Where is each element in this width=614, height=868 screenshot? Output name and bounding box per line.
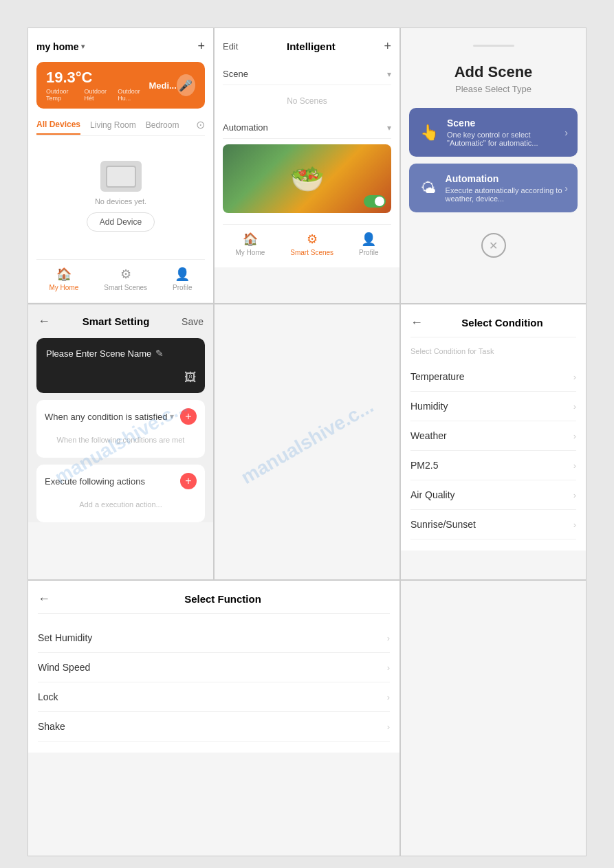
nav-home-label: My Home	[50, 284, 79, 291]
weather-sub3: Outdoor Hu...	[118, 88, 149, 102]
scene-name-placeholder[interactable]: Please Enter Scene Name	[46, 348, 151, 359]
condition-item-pm25[interactable]: PM2.5 ›	[410, 451, 576, 480]
condition-header: When any condition is satisfied ▾ +	[45, 408, 197, 425]
action-add-button[interactable]: +	[180, 473, 197, 489]
func-item-wind-speed[interactable]: Wind Speed ›	[38, 653, 390, 682]
no-scenes-text: No Scenes	[223, 85, 391, 117]
weather-label: Medi...	[149, 80, 176, 91]
nav-smart-scenes-2[interactable]: ⚙ Smart Scenes	[290, 232, 333, 256]
image-icon[interactable]: 🖼	[184, 370, 197, 385]
automation-card[interactable]: 🥗	[223, 144, 391, 213]
automation-option-arrow-icon: ›	[564, 183, 568, 194]
select-condition-header: ← Select Condition	[410, 315, 576, 337]
nav-profile-label-2: Profile	[359, 249, 378, 256]
condition-section: When any condition is satisfied ▾ + When…	[36, 400, 205, 458]
smart-setting-header: ← Smart Setting Save	[28, 304, 213, 338]
tab-living-room[interactable]: Living Room	[90, 120, 136, 134]
edit-button[interactable]: Edit	[223, 41, 238, 52]
condition-humidity-arrow-icon: ›	[573, 401, 576, 412]
weather-left: 19.3°C Outdoor Temp Outdoor Hét Outdoor …	[46, 69, 149, 102]
weather-temp: 19.3°C	[46, 69, 149, 87]
intelligent-add-button[interactable]: +	[384, 39, 391, 54]
condition-temperature-label: Temperature	[410, 371, 465, 382]
func-item-shake[interactable]: Shake ›	[38, 712, 390, 742]
home-add-button[interactable]: +	[197, 39, 205, 54]
func-lock-label: Lock	[38, 691, 58, 702]
automation-option-card[interactable]: 🌤 Automation Execute automatically accor…	[409, 164, 578, 212]
condition-sunrise-sunset-arrow-icon: ›	[573, 520, 576, 530]
intelligent-header: Edit Intelligent +	[223, 39, 391, 54]
home-icon: 🏠	[56, 267, 72, 282]
scenes-icon: ⚙	[120, 267, 131, 282]
nav-my-home-2[interactable]: 🏠 My Home	[236, 232, 265, 256]
condition-air-quality-label: Air Quality	[410, 489, 455, 500]
condition-item-temperature[interactable]: Temperature ›	[410, 362, 576, 392]
scene-option-desc: One key control or select "Automatic" fo…	[447, 131, 567, 147]
condition-item-air-quality[interactable]: Air Quality ›	[410, 480, 576, 510]
nav-profile[interactable]: 👤 Profile	[173, 267, 192, 291]
func-wind-speed-label: Wind Speed	[38, 662, 90, 673]
scene-label: Scene	[223, 69, 248, 79]
func-shake-arrow-icon: ›	[387, 722, 390, 732]
scene-name-card: Please Enter Scene Name ✎ 🖼	[36, 338, 205, 393]
nav-smart-scenes[interactable]: ⚙ Smart Scenes	[104, 267, 147, 291]
tab-all-devices[interactable]: All Devices	[36, 120, 80, 135]
smart-setting-title: Smart Setting	[83, 315, 150, 327]
mic-button[interactable]: 🎤	[177, 74, 195, 96]
weather-sub: Outdoor Temp Outdoor Hét Outdoor Hu...	[46, 88, 149, 102]
scene-option-arrow-icon: ›	[564, 127, 568, 138]
home-nav: 🏠 My Home ⚙ Smart Scenes 👤 Profile	[36, 259, 205, 291]
condition-title: When any condition is satisfied ▾	[45, 412, 174, 422]
panel-add-scene: Add Scene Please Select Type 👆 Scene One…	[401, 28, 586, 303]
automation-image: 🥗	[223, 144, 391, 213]
smart-back-button[interactable]: ←	[38, 314, 50, 329]
action-section: Execute following actions + Add a execut…	[36, 465, 205, 522]
panel-select-condition: ← Select Condition Select Condition for …	[401, 304, 586, 579]
scene-option-card[interactable]: 👆 Scene One key control or select "Autom…	[409, 108, 578, 157]
select-condition-back-button[interactable]: ←	[410, 315, 423, 330]
automation-section-row[interactable]: Automation ▾	[223, 117, 391, 139]
automation-option-desc: Execute automatically according to weath…	[446, 186, 567, 203]
device-placeholder-icon	[100, 161, 142, 192]
select-function-back-button[interactable]: ←	[38, 592, 50, 606]
nav-profile-2[interactable]: 👤 Profile	[359, 232, 378, 256]
condition-sunrise-sunset-label: Sunrise/Sunset	[410, 519, 476, 530]
scenes-icon-2: ⚙	[307, 232, 318, 247]
func-lock-arrow-icon: ›	[387, 692, 390, 702]
func-item-set-humidity[interactable]: Set Humidity ›	[38, 623, 390, 653]
func-wind-speed-arrow-icon: ›	[387, 663, 390, 673]
func-set-humidity-label: Set Humidity	[38, 632, 92, 643]
smart-save-button[interactable]: Save	[182, 316, 204, 327]
condition-item-sunrise-sunset[interactable]: Sunrise/Sunset ›	[410, 510, 576, 539]
profile-icon-2: 👤	[361, 232, 376, 247]
scene-name-edit-icon[interactable]: ✎	[155, 348, 164, 359]
panel-smart-setting: manualshive.c... ← Smart Setting Save Pl…	[28, 304, 213, 579]
add-device-button[interactable]: Add Device	[87, 212, 155, 232]
scene-option-text: Scene One key control or select "Automat…	[447, 118, 567, 147]
select-function-header: ← Select Function	[38, 592, 390, 614]
food-image-placeholder: 🥗	[290, 163, 325, 195]
no-devices-area: No devices yet. Add Device	[36, 147, 205, 245]
tab-bedroom[interactable]: Bedroom	[146, 120, 179, 134]
add-scene-divider	[473, 45, 514, 47]
condition-add-button[interactable]: +	[180, 408, 197, 425]
add-scene-title: Add Scene	[454, 63, 533, 81]
scene-section-row[interactable]: Scene ▾	[223, 63, 391, 85]
automation-icon: 🌤	[420, 176, 437, 201]
toggle-thumb	[375, 197, 384, 206]
automation-chevron-icon: ▾	[387, 123, 391, 133]
close-button[interactable]: ✕	[481, 233, 506, 258]
nav-scenes-label-2: Smart Scenes	[290, 249, 333, 256]
nav-my-home[interactable]: 🏠 My Home	[50, 267, 79, 291]
condition-weather-arrow-icon: ›	[573, 431, 576, 441]
func-item-lock[interactable]: Lock ›	[38, 682, 390, 712]
watermark-2: manualshive.c...	[237, 395, 377, 489]
condition-item-humidity[interactable]: Humidity ›	[410, 392, 576, 421]
tab-settings-icon[interactable]: ⊙	[196, 118, 205, 135]
func-shake-label: Shake	[38, 721, 65, 732]
automation-label: Automation	[223, 122, 268, 133]
automation-toggle[interactable]	[364, 195, 386, 208]
condition-item-weather[interactable]: Weather ›	[410, 421, 576, 451]
action-hint: Add a execution action...	[45, 495, 197, 514]
select-function-title: Select Function	[56, 593, 390, 605]
